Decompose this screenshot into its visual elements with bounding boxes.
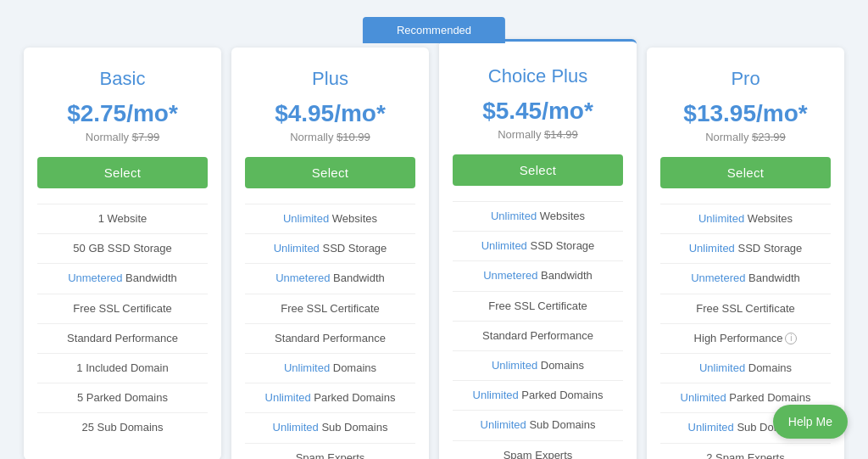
- plan-price-basic: $2.75/mo*: [37, 100, 208, 127]
- feature-item: Spam Experts: [245, 444, 415, 460]
- feature-item: 50 GB SSD Storage: [37, 234, 208, 264]
- plan-normal-price-basic: Normally $7.99: [37, 131, 208, 143]
- select-button-plus[interactable]: Select: [245, 157, 415, 188]
- feature-item: Unlimited Parked Domains: [453, 381, 623, 411]
- feature-item: Unlimited SSD Storage: [660, 234, 831, 264]
- feature-item: 25 Sub Domains: [37, 413, 208, 442]
- pricing-wrapper: Recommended Basic$2.75/mo*Normally $7.99…: [19, 17, 849, 459]
- feature-item: Unmetered Bandwidth: [245, 264, 415, 294]
- features-list-plus: Unlimited WebsitesUnlimited SSD StorageU…: [245, 204, 415, 459]
- feature-item: Unlimited SSD Storage: [453, 232, 623, 261]
- feature-item: Unmetered Bandwidth: [453, 261, 623, 291]
- features-list-basic: 1 Website50 GB SSD StorageUnmetered Band…: [37, 204, 208, 443]
- feature-item: Unlimited Websites: [453, 202, 623, 232]
- feature-item: Free SSL Certificate: [453, 292, 623, 322]
- features-list-choice-plus: Unlimited WebsitesUnlimited SSD StorageU…: [453, 201, 623, 459]
- feature-item: Free SSL Certificate: [660, 294, 831, 324]
- feature-item: Unmetered Bandwidth: [660, 264, 831, 294]
- feature-item: 1 Included Domain: [37, 354, 208, 383]
- feature-item: Unlimited Domains: [245, 354, 415, 383]
- select-button-choice-plus[interactable]: Select: [453, 154, 623, 186]
- plan-card-plus: Plus$4.95/mo*Normally $10.99SelectUnlimi…: [231, 48, 429, 459]
- plans-container: Basic$2.75/mo*Normally $7.99Select1 Webs…: [19, 48, 849, 459]
- feature-item: 2 Spam Experts: [660, 444, 831, 460]
- plan-normal-price-choice-plus: Normally $14.99: [453, 128, 623, 141]
- plan-normal-price-plus: Normally $10.99: [245, 131, 415, 143]
- plan-card-choice-plus: Choice Plus$5.45/mo*Normally $14.99Selec…: [439, 39, 637, 459]
- feature-item: Unlimited Sub Domains: [245, 413, 415, 443]
- feature-item: Unlimited Parked Domains: [245, 383, 415, 413]
- plan-name-plus: Plus: [245, 68, 415, 90]
- feature-item: Unlimited Domains: [660, 354, 831, 383]
- feature-item: Free SSL Certificate: [37, 294, 208, 324]
- feature-item: Unlimited Domains: [453, 351, 623, 381]
- select-button-basic[interactable]: Select: [37, 157, 208, 188]
- recommended-badge: Recommended: [363, 17, 505, 43]
- plan-price-pro: $13.95/mo*: [660, 100, 831, 127]
- feature-item: Unmetered Bandwidth: [37, 264, 208, 294]
- plan-card-basic: Basic$2.75/mo*Normally $7.99Select1 Webs…: [24, 48, 221, 459]
- feature-item: 1 Website: [37, 204, 208, 234]
- feature-item: Unlimited Websites: [245, 204, 415, 234]
- plan-normal-price-pro: Normally $23.99: [660, 131, 831, 143]
- feature-item: Unlimited Sub Domains: [453, 411, 623, 440]
- feature-item: Unlimited Websites: [660, 204, 831, 234]
- feature-item: Standard Performance: [37, 324, 208, 354]
- info-icon: i: [785, 333, 797, 344]
- plan-price-plus: $4.95/mo*: [245, 100, 415, 127]
- feature-item: Standard Performance: [453, 322, 623, 351]
- feature-item: Unlimited SSD Storage: [245, 234, 415, 264]
- feature-item: Free SSL Certificate: [245, 294, 415, 324]
- plan-name-choice-plus: Choice Plus: [453, 65, 623, 87]
- plan-price-choice-plus: $5.45/mo*: [453, 98, 623, 125]
- help-button[interactable]: Help Me: [773, 405, 848, 439]
- feature-item: 5 Parked Domains: [37, 383, 208, 413]
- plan-card-pro: Pro$13.95/mo*Normally $23.99SelectUnlimi…: [647, 48, 844, 459]
- feature-item: High Performancei: [660, 324, 831, 354]
- feature-item: Spam Experts: [453, 441, 623, 460]
- feature-item: Standard Performance: [245, 324, 415, 354]
- select-button-pro[interactable]: Select: [660, 157, 831, 188]
- plan-name-basic: Basic: [37, 68, 208, 90]
- plan-name-pro: Pro: [660, 68, 831, 90]
